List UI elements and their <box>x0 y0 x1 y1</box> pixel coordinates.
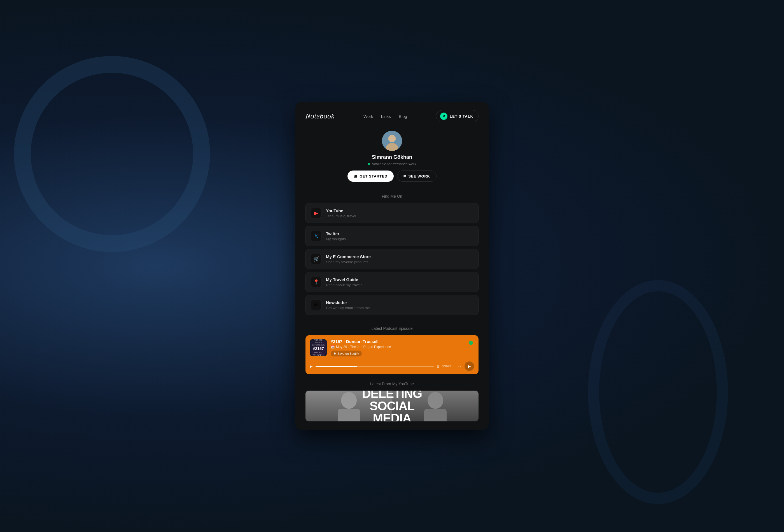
youtube-thumbnail[interactable]: DELETINGSOCIALMEDIA <box>306 391 478 421</box>
link-item-travel[interactable]: 📍 My Travel Guide Read about my travels <box>306 272 478 292</box>
svg-rect-7 <box>424 409 447 421</box>
podcast-bottom: ▶ ⊞ 3:04:10 ··· ▶ <box>306 359 478 374</box>
podcast-section-title: Latest Podcast Episode <box>306 326 478 331</box>
podcast-date: May 29 <box>336 345 347 349</box>
see-work-button[interactable]: ⧉ SEE WORK <box>397 170 437 182</box>
svg-point-4 <box>341 392 357 409</box>
podcast-save-button[interactable]: ⊕ Save on Spotify <box>331 351 362 357</box>
profile-section: Simrann Gökhan Available for freelance w… <box>296 128 488 189</box>
link-item-newsletter[interactable]: ✉ Newsletter Get weekly emails from me <box>306 295 478 315</box>
calendar-icon: 📅 <box>331 345 335 349</box>
lets-talk-label: LET'S TALK <box>450 114 473 118</box>
podcast-info: #2157 - Duncan Trussell 📅 May 29 · The J… <box>331 339 474 357</box>
get-started-label: GET STARTED <box>360 174 388 178</box>
avatar <box>382 131 402 151</box>
podcast-episode-title: #2157 - Duncan Trussell <box>331 339 391 344</box>
get-started-icon: ⊞ <box>354 174 357 178</box>
youtube-icon: ▶ <box>311 208 321 218</box>
nav-links: Work Links Blog <box>363 114 407 119</box>
podcast-guest-name: DUNCANTRUSSELL <box>312 352 324 356</box>
link-text-twitter: Twitter My thoughts <box>326 231 346 241</box>
find-me-title: Find Me On <box>306 194 478 198</box>
podcast-thumb-label: THE JOE ROGANEXPERIENCE <box>311 339 326 346</box>
link-text-ecommerce: My E-Commerce Store Shop my favorite pro… <box>326 254 371 264</box>
see-work-label: SEE WORK <box>409 174 430 178</box>
svg-point-3 <box>388 135 396 142</box>
nav-link-blog[interactable]: Blog <box>399 114 407 119</box>
podcast-episode-num: #2157 <box>313 346 324 351</box>
main-card: Notebook Work Links Blog ↗ LET'S TALK Si… <box>296 102 488 430</box>
podcast-play-small-icon: ▶ <box>310 364 313 368</box>
profile-status: Available for freelance work <box>368 162 416 166</box>
newsletter-title: Newsletter <box>326 300 370 305</box>
yt-background: DELETINGSOCIALMEDIA <box>306 391 478 421</box>
podcast-name: The Joe Rogan Experience <box>350 345 391 349</box>
see-work-icon: ⧉ <box>403 174 406 178</box>
save-label: Save on Spotify <box>337 352 359 355</box>
travel-title: My Travel Guide <box>326 277 362 282</box>
podcast-progress-bar[interactable] <box>315 366 434 367</box>
ecommerce-desc: Shop my favorite products <box>326 260 371 264</box>
nav-link-work[interactable]: Work <box>363 114 373 119</box>
travel-desc: Read about my travels <box>326 283 362 287</box>
lets-talk-button[interactable]: ↗ LET'S TALK <box>436 110 478 122</box>
podcast-meta: 📅 May 29 · The Joe Rogan Experience <box>331 345 391 349</box>
svg-point-6 <box>427 392 443 409</box>
action-buttons: ⊞ GET STARTED ⧉ SEE WORK <box>347 170 436 182</box>
newsletter-desc: Get weekly emails from me <box>326 306 370 310</box>
podcast-thumbnail: THE JOE ROGANEXPERIENCE #2157 DUNCANTRUS… <box>310 339 327 356</box>
youtube-title: YouTube <box>326 208 356 213</box>
link-item-twitter[interactable]: 𝕏 Twitter My thoughts <box>306 226 478 246</box>
get-started-button[interactable]: ⊞ GET STARTED <box>347 170 393 182</box>
avatar-image <box>382 131 402 151</box>
status-text: Available for freelance work <box>371 162 416 166</box>
spotify-logo: ⏺ <box>468 339 474 346</box>
newsletter-icon: ✉ <box>311 300 321 310</box>
twitter-title: Twitter <box>326 231 346 236</box>
podcast-progress-fill <box>315 366 357 367</box>
podcast-card[interactable]: THE JOE ROGANEXPERIENCE #2157 DUNCANTRUS… <box>306 335 478 374</box>
youtube-section-title: Latest From My YouTube <box>306 382 478 386</box>
podcast-play-button[interactable]: ▶ <box>465 362 474 371</box>
podcast-top: THE JOE ROGANEXPERIENCE #2157 DUNCANTRUS… <box>306 335 478 359</box>
link-text-travel: My Travel Guide Read about my travels <box>326 277 362 287</box>
lets-talk-icon: ↗ <box>440 113 447 120</box>
youtube-section: Latest From My YouTube <box>296 377 488 430</box>
travel-icon: 📍 <box>311 277 321 287</box>
link-text-newsletter: Newsletter Get weekly emails from me <box>326 300 370 310</box>
nav-link-links[interactable]: Links <box>381 114 391 119</box>
yt-video-title: DELETINGSOCIALMEDIA <box>362 391 422 421</box>
twitter-icon: 𝕏 <box>311 231 321 241</box>
logo: Notebook <box>306 112 335 120</box>
find-me-section: Find Me On ▶ YouTube Tech, music, travel… <box>296 189 488 320</box>
link-text-youtube: YouTube Tech, music, travel <box>326 208 356 218</box>
ecommerce-title: My E-Commerce Store <box>326 254 371 259</box>
navbar: Notebook Work Links Blog ↗ LET'S TALK <box>296 102 488 128</box>
podcast-duration: 3:04:10 <box>442 364 454 368</box>
podcast-more-icon[interactable]: ··· <box>456 364 462 369</box>
ecommerce-icon: 🛒 <box>311 254 321 264</box>
youtube-desc: Tech, music, travel <box>326 214 356 218</box>
profile-name: Simrann Gökhan <box>372 154 412 160</box>
svg-rect-5 <box>338 409 360 421</box>
twitter-desc: My thoughts <box>326 237 346 241</box>
status-dot <box>368 163 370 165</box>
podcast-section: Latest Podcast Episode THE JOE ROGANEXPE… <box>296 320 488 377</box>
link-item-youtube[interactable]: ▶ YouTube Tech, music, travel <box>306 203 478 223</box>
link-item-ecommerce[interactable]: 🛒 My E-Commerce Store Shop my favorite p… <box>306 249 478 269</box>
spotify-icon: ⊕ <box>334 352 336 355</box>
bg-decoration-2 <box>588 280 728 504</box>
podcast-screen-icon: ⊞ <box>437 364 440 368</box>
